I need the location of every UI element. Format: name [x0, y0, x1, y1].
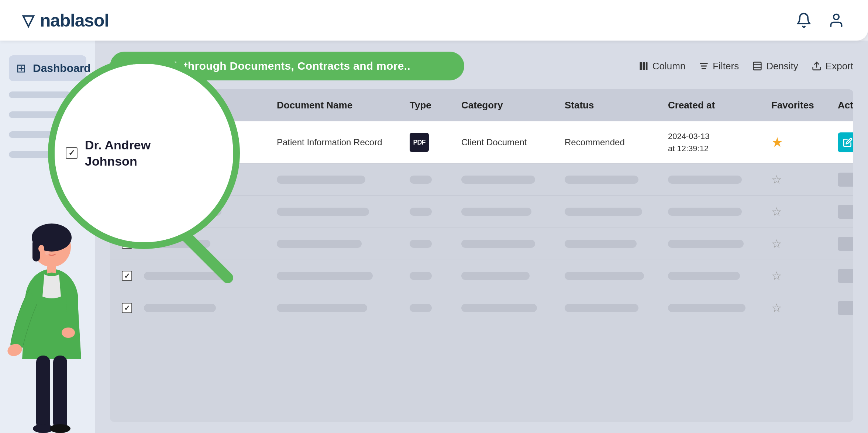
action-placeholder-1 [838, 269, 853, 283]
brand-name: nablasol [40, 10, 109, 31]
pdf-icon: PDF [410, 133, 429, 152]
logo-symbol: ▽ [22, 11, 34, 30]
toolbar-actions: Column Filters Density [638, 60, 853, 72]
action-placeholder-1 [838, 301, 853, 315]
th-type: Type [405, 100, 457, 111]
table-row: ☆ [110, 260, 853, 292]
created-at-cell: 2024-03-13at 12:39:12 [664, 130, 767, 155]
column-button[interactable]: Column [638, 60, 686, 72]
th-client-name: Client Name [140, 100, 272, 111]
actions-wrapper [838, 132, 853, 152]
type-cell: PDF [405, 133, 457, 152]
search-placeholder: Search through Documents, Contracts and … [143, 60, 410, 72]
category-cell: Client Document [457, 137, 560, 148]
logo-area: ▽ nablasol [22, 10, 109, 31]
table-row: ☆ [110, 164, 853, 196]
star-empty-icon[interactable]: ☆ [771, 173, 782, 186]
density-label: Density [766, 60, 798, 72]
document-name-cell: Patient Information Record [272, 137, 405, 148]
sidebar: ⊞ Dashboard [0, 41, 95, 433]
content-area: Search through Documents, Contracts and … [95, 41, 868, 433]
category-value: Client Document [461, 137, 527, 147]
data-table: Client Name Document Name Type Category … [110, 89, 853, 422]
created-at-value: 2024-03-13at 12:39:12 [668, 132, 710, 153]
sidebar-placeholder-4 [9, 151, 75, 158]
filters-label: Filters [713, 60, 739, 72]
sidebar-placeholder-2 [9, 111, 79, 118]
svg-rect-9 [754, 62, 761, 70]
document-name: Patient Information Record [277, 137, 401, 148]
search-bar-row: Search through Documents, Contracts and … [110, 52, 853, 80]
profile-icon[interactable] [827, 11, 846, 30]
th-category: Category [457, 100, 560, 111]
grid-icon: ⊞ [16, 61, 26, 75]
th-document-name: Document Name [272, 100, 405, 111]
table-header: Client Name Document Name Type Category … [110, 89, 853, 121]
dashboard-label: Dashboard [33, 62, 91, 75]
main-layout: ⊞ Dashboard Search through Documents, Co… [0, 41, 868, 433]
row-checkbox[interactable] [122, 174, 132, 185]
svg-rect-3 [640, 62, 642, 70]
row-checkbox[interactable] [122, 239, 132, 249]
notification-icon[interactable] [794, 11, 813, 30]
column-label: Column [652, 60, 686, 72]
favorites-cell[interactable]: ★ [767, 135, 833, 150]
svg-point-0 [834, 14, 839, 20]
svg-line-2 [132, 69, 134, 71]
action-placeholder-1 [838, 205, 853, 219]
actions-cell [833, 132, 853, 152]
row-checkbox[interactable] [122, 303, 132, 313]
table-row: ☆ [110, 292, 853, 324]
table-body: Dr. Andrew Johnson Patient Information R… [110, 121, 853, 324]
sidebar-placeholder-1 [9, 91, 71, 98]
export-button[interactable]: Export [812, 60, 853, 72]
svg-rect-4 [643, 62, 645, 70]
table-row: ☆ [110, 196, 853, 228]
th-status: Status [560, 100, 664, 111]
client-name: Dr. Andrew Johnson [144, 137, 268, 148]
star-filled-icon[interactable]: ★ [771, 135, 783, 150]
row-checkbox[interactable] [122, 137, 132, 148]
status-value: Recommended [565, 137, 625, 147]
star-empty-icon[interactable]: ☆ [771, 269, 782, 283]
filters-button[interactable]: Filters [699, 60, 739, 72]
edit-button[interactable] [838, 132, 853, 152]
th-created-at: Created at [664, 100, 767, 111]
top-navigation: ▽ nablasol [0, 0, 868, 41]
th-actions: Actions [833, 100, 853, 111]
export-label: Export [826, 60, 853, 72]
row-checkbox-cell[interactable] [117, 137, 140, 148]
table-row: Dr. Andrew Johnson Patient Information R… [110, 121, 853, 164]
action-placeholder-1 [838, 237, 853, 251]
action-placeholder-1 [838, 173, 853, 187]
search-input-wrapper[interactable]: Search through Documents, Contracts and … [110, 52, 464, 80]
density-button[interactable]: Density [752, 60, 798, 72]
nav-actions [794, 11, 846, 30]
svg-rect-5 [646, 62, 648, 70]
sidebar-placeholder-3 [9, 131, 63, 138]
star-empty-icon[interactable]: ☆ [771, 237, 782, 250]
sidebar-item-dashboard[interactable]: ⊞ Dashboard [9, 55, 86, 81]
th-favorites: Favorites [767, 100, 833, 111]
search-icon [123, 60, 136, 72]
row-checkbox[interactable] [122, 271, 132, 281]
star-empty-icon[interactable]: ☆ [771, 301, 782, 315]
table-row: ☆ [110, 228, 853, 260]
status-cell: Recommended [560, 137, 664, 148]
client-name-cell: Dr. Andrew Johnson [140, 137, 272, 148]
row-checkbox[interactable] [122, 207, 132, 217]
star-empty-icon[interactable]: ☆ [771, 205, 782, 218]
